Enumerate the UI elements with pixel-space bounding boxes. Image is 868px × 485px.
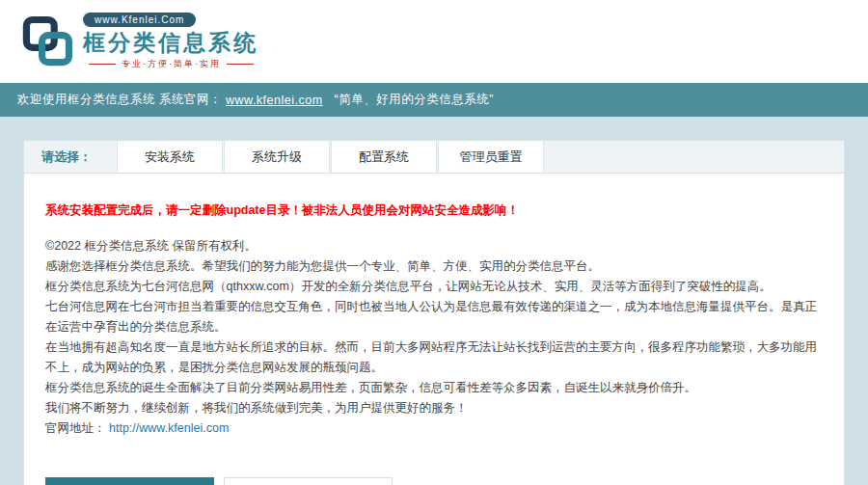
paragraph-solution: 框分类信息系统的诞生全面解决了目前分类网站易用性差，页面繁杂，信息可看性差等众多… — [45, 378, 823, 398]
slogan-left-line — [89, 64, 116, 65]
paragraph-developer: 框分类信息系统为七台河信息网（qthxxw.com）开发的全新分类信息平台，让网… — [45, 277, 823, 297]
official-site-label: 官网地址： — [45, 421, 106, 435]
paragraph-problem: 在当地拥有超高知名度一直是地方站长所追求的目标。然而，目前大多网站程序无法让站长… — [45, 337, 823, 378]
tab-system-upgrade[interactable]: 系统升级 — [224, 141, 330, 173]
site-title: 框分类信息系统 — [83, 30, 258, 55]
site-header: www.Kfenlei.Com 框分类信息系统 专业·方便·简单·实用 — [0, 0, 868, 83]
intro-paragraphs: ©2022 框分类信息系统 保留所有权利。 感谢您选择框分类信息系统。希望我们的… — [45, 236, 823, 418]
upgrade-system-button[interactable]: 升级框分类信息系统 — [224, 477, 393, 485]
tagline-text: “简单、好用的分类信息系统” — [335, 92, 494, 108]
slogan-text: 专业·方便·简单·实用 — [122, 58, 221, 70]
slogan-right-line — [227, 64, 254, 65]
brand-block: www.Kfenlei.Com 框分类信息系统 专业·方便·简单·实用 — [83, 13, 259, 70]
tab-configure-system[interactable]: 配置系统 — [331, 141, 437, 173]
installer-content: 系统安装配置完成后，请一定删除update目录！被非法人员使用会对网站安全造成影… — [24, 174, 844, 485]
welcome-bar: 欢迎使用框分类信息系统 系统官网： www.kfenlei.com “简单、好用… — [0, 83, 868, 117]
official-site-link[interactable]: www.kfenlei.com — [226, 94, 323, 107]
brand-domain-badge: www.Kfenlei.Com — [83, 13, 196, 27]
paragraph-promise: 我们将不断努力，继续创新，将我们的系统做到完美，为用户提供更好的服务！ — [45, 398, 823, 418]
tab-admin-reset[interactable]: 管理员重置 — [438, 141, 544, 173]
tab-install-system[interactable]: 安装系统 — [117, 141, 223, 173]
welcome-text: 欢迎使用框分类信息系统 系统官网： — [17, 92, 222, 108]
paragraph-copyright: ©2022 框分类信息系统 保留所有权利。 — [45, 236, 823, 256]
install-system-button[interactable]: 安装框分类信息系统 — [45, 477, 214, 485]
step-tabs: 请选择： 安装系统 系统升级 配置系统 管理员重置 — [24, 141, 844, 174]
brand-slogan: 专业·方便·简单·实用 — [83, 58, 259, 70]
paragraph-local-role: 七台河信息网在七台河市担当着重要的信息交互角色，同时也被当地人公认为是信息最有效… — [45, 297, 823, 337]
tabs-label: 请选择： — [24, 141, 117, 173]
paragraph-thanks: 感谢您选择框分类信息系统。希望我们的努力能为您提供一个专业、简单、方便、实用的分… — [45, 256, 823, 277]
action-buttons: 安装框分类信息系统 升级框分类信息系统 — [45, 477, 823, 485]
installer-card: 请选择： 安装系统 系统升级 配置系统 管理员重置 系统安装配置完成后，请一定删… — [23, 140, 845, 485]
official-site-row: 官网地址： http://www.kfenlei.com — [45, 418, 823, 439]
official-site-url-link[interactable]: http://www.kfenlei.com — [109, 421, 229, 435]
security-warning-text: 系统安装配置完成后，请一定删除update目录！被非法人员使用会对网站安全造成影… — [45, 202, 823, 219]
brand-logo-icon — [21, 15, 73, 67]
